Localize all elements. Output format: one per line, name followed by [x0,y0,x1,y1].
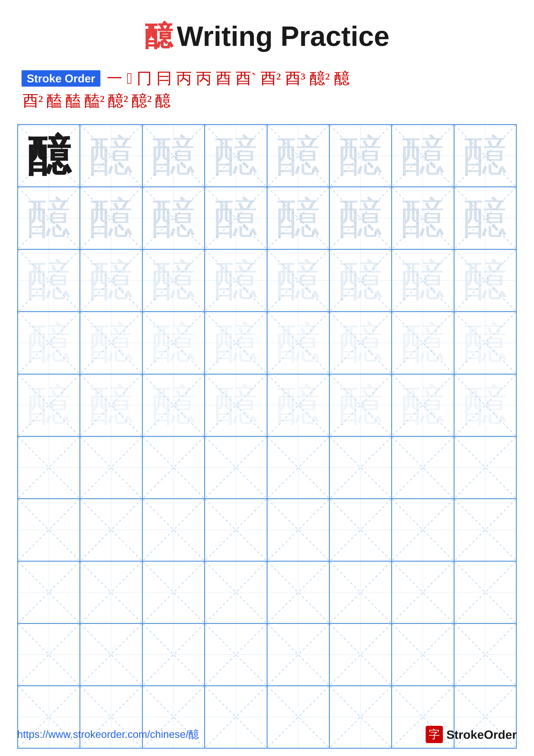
grid-cell-1-1[interactable]: 醷 [18,124,80,187]
grid-cell-5-8[interactable]: 醷 [454,374,516,436]
grid-cell-7-2[interactable] [80,499,142,561]
grid-cell-4-7[interactable]: 醷 [392,311,454,374]
grid-cell-6-7[interactable] [392,436,454,499]
svg-line-87 [205,437,267,498]
grid-cell-1-8[interactable]: 醷 [454,124,516,187]
grid-cell-6-5[interactable] [267,436,329,499]
grid-cell-4-3[interactable]: 醷 [142,311,205,374]
grid-cell-3-2[interactable]: 醷 [80,249,142,311]
svg-line-113 [18,562,80,623]
grid-cell-8-1[interactable] [18,561,80,623]
grid-cell-3-8[interactable]: 醷 [454,249,516,311]
svg-line-116 [143,562,204,623]
grid-cell-6-3[interactable] [142,436,205,499]
stroke-10: 酉³ [285,68,305,89]
grid-cell-6-4[interactable] [205,436,267,499]
grid-cell-7-6[interactable] [329,499,392,561]
grid-cell-5-3[interactable]: 醷 [142,374,205,436]
footer-logo: 字 StrokeOrder [426,726,517,743]
grid-cell-2-7[interactable]: 醷 [392,187,454,249]
grid-cell-4-4[interactable]: 醷 [205,311,267,374]
grid-cell-1-4[interactable]: 醷 [205,124,267,187]
grid-cell-2-6[interactable]: 醷 [329,187,392,249]
footer-logo-char: 字 [429,727,440,742]
grid-cell-5-4[interactable]: 醷 [205,374,267,436]
svg-line-105 [267,499,329,560]
grid-cell-9-1[interactable] [18,623,80,686]
grid-cell-7-3[interactable] [142,499,205,561]
grid-cell-4-8[interactable]: 醷 [454,311,516,374]
stroke-12: 醷 [334,68,350,89]
grid-cell-2-2[interactable]: 醷 [80,187,142,249]
svg-line-111 [454,499,516,560]
grid-cell-1-2[interactable]: 醷 [80,124,142,187]
grid-cell-6-6[interactable] [329,436,392,499]
grid-cell-9-2[interactable] [80,623,142,686]
grid-cell-1-6[interactable]: 醷 [329,124,392,187]
grid-cell-2-4[interactable]: 醷 [205,187,267,249]
grid-cell-6-2[interactable] [80,436,142,499]
stroke-11: 醷² [310,68,330,89]
grid-cell-1-7[interactable]: 醷 [392,124,454,187]
grid-cell-5-5[interactable]: 醷 [267,374,329,436]
grid-cell-3-5[interactable]: 醷 [267,249,329,311]
svg-line-122 [330,562,391,623]
footer-url-link[interactable]: https://www.strokeorder.com/chinese/醷 [17,728,199,741]
grid-cell-7-5[interactable] [267,499,329,561]
svg-line-81 [18,437,80,498]
grid-cell-9-3[interactable] [142,623,205,686]
grid-cell-5-2[interactable]: 醷 [80,374,142,436]
svg-line-128 [18,624,80,685]
grid-cell-4-6[interactable]: 醷 [329,311,392,374]
grid-cell-2-8[interactable]: 醷 [454,187,516,249]
grid-cell-8-5[interactable] [267,561,329,623]
grid-cell-4-2[interactable]: 醷 [80,311,142,374]
svg-line-103 [205,499,267,560]
grid-cell-3-7[interactable]: 醷 [392,249,454,311]
svg-line-91 [330,437,391,498]
grid-cell-9-4[interactable] [205,623,267,686]
grid-cell-2-5[interactable]: 醷 [267,187,329,249]
svg-line-89 [267,437,329,498]
grid-cell-5-7[interactable]: 醷 [392,374,454,436]
svg-line-95 [454,437,516,498]
grid-cell-6-8[interactable] [454,436,516,499]
grid-cell-2-1[interactable]: 醷 [18,187,80,249]
grid-cell-7-1[interactable] [18,499,80,561]
grid-cell-3-6[interactable]: 醷 [329,249,392,311]
stroke-16: 醘² [85,91,105,111]
grid-cell-4-5[interactable]: 醷 [267,311,329,374]
grid-cell-7-7[interactable] [392,499,454,561]
grid-cell-8-8[interactable] [454,561,516,623]
svg-line-130 [80,624,142,685]
practice-char-bold: 醷 [27,127,70,185]
grid-cell-8-3[interactable] [142,561,205,623]
grid-cell-6-1[interactable] [18,436,80,499]
grid-cell-1-3[interactable]: 醷 [142,124,205,187]
grid-cell-3-1[interactable]: 醷 [18,249,80,311]
grid-cell-7-4[interactable] [205,499,267,561]
grid-cell-4-1[interactable]: 醷 [18,311,80,374]
grid-cell-9-7[interactable] [392,623,454,686]
grid-cell-9-6[interactable] [329,623,392,686]
grid-cell-5-6[interactable]: 醷 [329,374,392,436]
grid-cell-8-7[interactable] [392,561,454,623]
grid-cell-3-3[interactable]: 醷 [142,249,205,311]
practice-char-light: 醷 [339,127,382,185]
grid-cell-9-5[interactable] [267,623,329,686]
grid-cell-1-5[interactable]: 醷 [267,124,329,187]
grid-cell-8-4[interactable] [205,561,267,623]
grid-cell-5-1[interactable]: 醷 [18,374,80,436]
grid-cell-8-2[interactable] [80,561,142,623]
grid-cell-3-4[interactable]: 醷 [205,249,267,311]
practice-char-light: 醷 [214,127,257,185]
grid-row-8 [18,561,516,623]
grid-cell-8-6[interactable] [329,561,392,623]
svg-line-94 [454,437,516,498]
grid-cell-7-8[interactable] [454,499,516,561]
grid-cell-9-8[interactable] [454,623,516,686]
grid-cell-2-3[interactable]: 醷 [142,187,205,249]
grid-row-1: 醷 醷 醷 醷 [18,124,516,187]
svg-line-97 [18,499,80,560]
svg-line-123 [330,562,391,623]
